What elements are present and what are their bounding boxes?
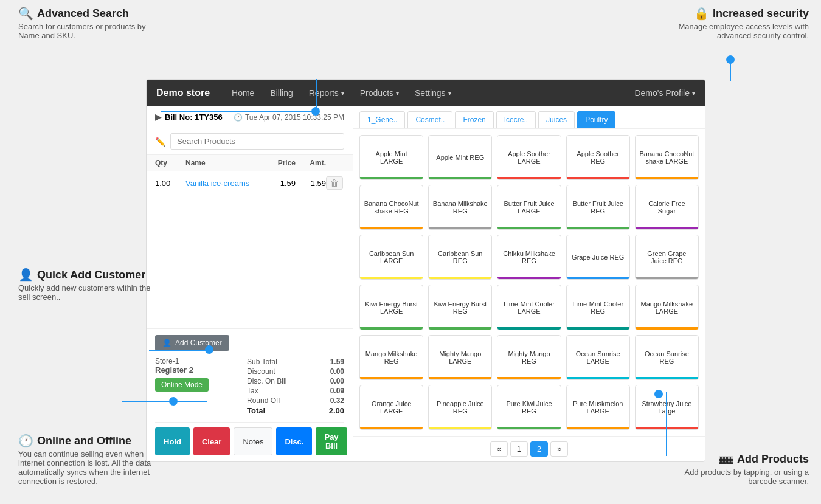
product-card-11[interactable]: Caribbean Sun REG	[428, 235, 492, 280]
annotation-quick-add-desc: Quickly add new customers within the sel…	[18, 283, 152, 302]
category-tab-2[interactable]: Frozen	[455, 111, 493, 128]
dot-quickadd	[205, 345, 213, 354]
dot-search	[311, 107, 320, 116]
search-input[interactable]	[170, 133, 344, 150]
annotation-online-desc: You can continue selling even when inter…	[18, 449, 152, 486]
total-row-final: Total 2.00	[247, 406, 344, 416]
app-container: Demo store Home Billing Reports ▾ Produc…	[146, 79, 705, 462]
pagination-page-1[interactable]: 1	[510, 441, 528, 457]
clear-button[interactable]: Clear	[193, 427, 230, 455]
disc-on-bill-row: Disc. On Bill 0.00	[247, 376, 344, 386]
bill-date: 🕐 Tue Apr 07, 2015 10:33:25 PM	[234, 113, 344, 122]
row-name[interactable]: Vanilla ice-creams	[185, 179, 249, 188]
col-header-amt: Amt.	[296, 159, 326, 167]
online-mode-button[interactable]: Online Mode	[155, 378, 209, 392]
nav-settings[interactable]: Settings ▾	[407, 83, 459, 103]
product-card-9[interactable]: Calorie Free Sugar	[635, 185, 699, 230]
product-card-7[interactable]: Butter Fruit Juice LARGE	[497, 185, 561, 230]
product-card-23[interactable]: Ocean Sunrise LARGE	[566, 335, 630, 380]
pagination-next[interactable]: »	[550, 441, 568, 457]
disc-button[interactable]: Disc.	[276, 427, 312, 455]
right-panel: 1_Gene..Cosmet..FrozenIcecre..JuicesPoul…	[353, 106, 705, 461]
person-icon: 👤	[162, 339, 171, 347]
notes-button[interactable]: Notes	[234, 427, 272, 455]
line-quickadd-horizontal	[149, 350, 207, 351]
left-panel: ▶ Bill No: 1TY356 🕐 Tue Apr 07, 2015 10:…	[147, 106, 353, 461]
search-icon: 🔍	[18, 6, 33, 21]
nav-billing[interactable]: Billing	[263, 83, 300, 103]
pagination-page-2[interactable]: 2	[530, 441, 548, 457]
product-card-1[interactable]: Apple Mint REG	[428, 135, 492, 180]
bottom-panel: 👤 Add Customer Store-1 Register 2 Online…	[147, 328, 353, 461]
annotation-quick-add-title: Quick Add Customer	[37, 269, 145, 281]
product-card-17[interactable]: Lime-Mint Cooler LARGE	[497, 285, 561, 330]
nav-profile[interactable]: Demo's Profile ▾	[634, 88, 695, 98]
subtotal-row: Sub Total 1.59	[247, 357, 344, 367]
product-card-27[interactable]: Pure Kiwi Juice REG	[497, 385, 561, 430]
annotation-security-title: Increased security	[713, 7, 809, 20]
dot-security	[726, 55, 735, 64]
dot-online	[169, 397, 178, 406]
navbar-brand: Demo store	[156, 88, 210, 98]
product-card-3[interactable]: Apple Soother REG	[566, 135, 630, 180]
product-card-21[interactable]: Mighty Mango LARGE	[428, 335, 492, 380]
pagination: «12»	[353, 436, 705, 461]
person-icon: 👤	[18, 268, 33, 282]
product-card-12[interactable]: Chikku Milkshake REG	[497, 235, 561, 280]
nav-reports[interactable]: Reports ▾	[302, 83, 352, 103]
product-card-24[interactable]: Ocean Sunrise REG	[635, 335, 699, 380]
line-addprod-vertical	[666, 392, 667, 456]
category-tab-4[interactable]: Juices	[538, 111, 575, 128]
annotation-search-desc: Search for customers or products by Name…	[18, 22, 152, 40]
line-search-horizontal	[161, 111, 316, 112]
product-card-0[interactable]: Apple Mint LARGE	[359, 135, 423, 180]
discount-row: Discount 0.00	[247, 367, 344, 376]
category-tab-0[interactable]: 1_Gene..	[359, 111, 405, 128]
bill-header: ▶ Bill No: 1TY356 🕐 Tue Apr 07, 2015 10:…	[147, 106, 353, 128]
product-card-22[interactable]: Mighty Mango REG	[497, 335, 561, 380]
product-card-16[interactable]: Kiwi Energy Burst REG	[428, 285, 492, 330]
add-customer-button[interactable]: 👤 Add Customer	[155, 335, 229, 351]
pay-bill-button[interactable]: Pay Bill	[316, 427, 347, 455]
product-card-10[interactable]: Caribbean Sun LARGE	[359, 235, 423, 280]
annotation-quick-add: 👤 Quick Add Customer Quickly add new cus…	[18, 268, 152, 302]
hold-button[interactable]: Hold	[155, 427, 190, 455]
product-card-20[interactable]: Mango Milkshake REG	[359, 335, 423, 380]
annotation-add-products-desc: Add products by tapping, or using a barc…	[675, 468, 809, 486]
product-card-6[interactable]: Banana Milkshake REG	[428, 185, 492, 230]
product-card-14[interactable]: Green Grape Juice REG	[635, 235, 699, 280]
table-header: Qty Name Price Amt.	[147, 155, 353, 171]
product-card-15[interactable]: Kiwi Energy Burst LARGE	[359, 285, 423, 330]
chevron-down-icon: ▾	[341, 90, 344, 97]
annotation-online-title: Online and Offline	[37, 435, 131, 447]
product-card-5[interactable]: Banana ChocoNut shake REG	[359, 185, 423, 230]
product-card-26[interactable]: Pineapple Juice REG	[428, 385, 492, 430]
nav-products[interactable]: Products ▾	[353, 83, 406, 103]
product-card-19[interactable]: Mango Milkshake LARGE	[635, 285, 699, 330]
products-grid: Apple Mint LARGEApple Mint REGApple Soot…	[353, 129, 705, 436]
pagination-prev[interactable]: «	[490, 441, 508, 457]
col-header-name: Name	[185, 159, 259, 167]
col-header-qty: Qty	[155, 159, 185, 167]
category-tab-5[interactable]: Poultry	[577, 111, 615, 128]
product-card-13[interactable]: Grape Juice REG	[566, 235, 630, 280]
product-card-28[interactable]: Pure Muskmelon LARGE	[566, 385, 630, 430]
product-card-4[interactable]: Banana ChocoNut shake LARGE	[635, 135, 699, 180]
round-off-row: Round Off 0.32	[247, 396, 344, 406]
product-card-25[interactable]: Orange Juice LARGE	[359, 385, 423, 430]
category-tabs: 1_Gene..Cosmet..FrozenIcecre..JuicesPoul…	[353, 106, 705, 129]
category-tab-1[interactable]: Cosmet..	[407, 111, 452, 128]
nav-items: Home Billing Reports ▾ Products ▾ Settin…	[224, 83, 634, 103]
product-card-2[interactable]: Apple Soother LARGE	[497, 135, 561, 180]
nav-home[interactable]: Home	[224, 83, 262, 103]
delete-row-button[interactable]: 🗑	[326, 176, 343, 190]
bill-number: ▶ Bill No: 1TY356	[155, 112, 223, 122]
annotation-online: 🕐 Online and Offline You can continue se…	[18, 433, 152, 486]
annotation-add-products-title: Add Products	[737, 453, 809, 466]
annotation-search-title: Advanced Search	[37, 7, 129, 20]
product-card-8[interactable]: Butter Fruit Juice REG	[566, 185, 630, 230]
col-header-del	[326, 159, 344, 167]
category-tab-3[interactable]: Icecre..	[496, 111, 536, 128]
product-card-18[interactable]: Lime-Mint Cooler REG	[566, 285, 630, 330]
main-content: ▶ Bill No: 1TY356 🕐 Tue Apr 07, 2015 10:…	[147, 106, 705, 461]
